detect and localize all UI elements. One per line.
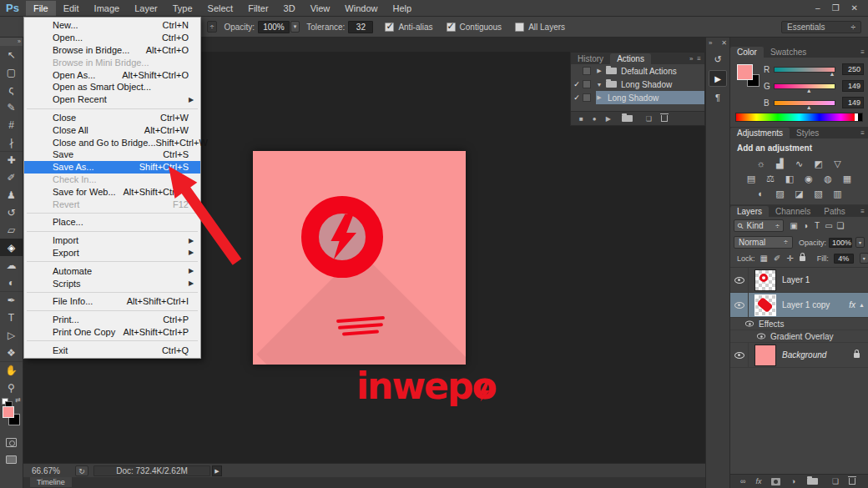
crop-tool[interactable]: # (0, 116, 23, 133)
fill-value[interactable]: 4% (834, 254, 854, 264)
menu-3d[interactable]: 3D (276, 1, 303, 16)
filter-type-layers-icon[interactable]: T (811, 221, 823, 230)
lock-pixels-icon[interactable]: ✐ (774, 254, 780, 263)
layer-row-background[interactable]: Background (730, 343, 868, 368)
file-menu-item[interactable]: Browse in Bridge... Alt+Ctrl+O (24, 44, 200, 57)
history-panel-icon[interactable]: ↺ (709, 51, 727, 68)
restore-button[interactable]: ❐ (832, 3, 840, 13)
action-row-long-shadow[interactable]: ✓ ▶ Long Shadow (571, 91, 704, 104)
filter-smart-objects-icon[interactable]: ❏ (835, 221, 846, 230)
file-menu-item[interactable]: Open Recent ▶ (24, 93, 200, 106)
play-icon[interactable]: ▶ (606, 115, 611, 123)
dock-collapse-icon[interactable]: » (709, 39, 712, 47)
vibrance-icon[interactable]: ▽ (831, 158, 845, 169)
visibility-eye-icon[interactable] (734, 352, 744, 359)
lock-position-icon[interactable]: ✛ (786, 254, 793, 263)
dialog-toggle-box[interactable] (583, 80, 591, 88)
menu-help[interactable]: Help (385, 1, 419, 16)
screen-mode-icon[interactable] (6, 455, 17, 464)
effects-row[interactable]: Effects (730, 318, 868, 330)
layer-thumbnail[interactable] (754, 294, 776, 316)
dialog-toggle-box[interactable] (583, 93, 591, 102)
workspace-switcher[interactable]: Essentials÷ (781, 21, 861, 33)
lock-all-icon[interactable] (800, 256, 805, 261)
panel-menu-icon[interactable]: ≡ (860, 208, 865, 215)
layer-row-layer1-copy[interactable]: Layer 1 copy fx ▲ (730, 293, 868, 318)
canvas[interactable] (253, 151, 466, 365)
file-menu-item[interactable] (27, 108, 198, 109)
tab-channels[interactable]: Channels (769, 206, 817, 217)
gradient-overlay-row[interactable]: Gradient Overlay (730, 330, 868, 343)
red-value[interactable]: 250 (842, 63, 864, 75)
levels-icon[interactable]: ▟ (774, 158, 787, 169)
lock-transparent-icon[interactable]: ▦ (760, 254, 768, 263)
menu-layer[interactable]: Layer (127, 1, 165, 16)
file-menu-item[interactable]: Exit Ctrl+Q (24, 344, 200, 356)
file-menu-item[interactable]: New... Ctrl+N (24, 19, 200, 32)
menu-select[interactable]: Select (200, 1, 241, 16)
opacity-dropdown-icon[interactable]: ▾ (290, 21, 300, 33)
new-group-icon[interactable] (807, 478, 818, 485)
tab-color[interactable]: Color (730, 47, 764, 58)
expander-icon[interactable]: ▶ (594, 68, 604, 74)
file-menu-item[interactable]: Open as Smart Object... (24, 81, 200, 93)
green-slider-track[interactable]: ▲ (774, 83, 836, 89)
slider-thumb-icon[interactable]: ▲ (806, 88, 812, 93)
fill-dropdown-icon[interactable]: ▾ (860, 253, 868, 264)
blend-mode-dropdown[interactable]: Normal÷ (734, 236, 793, 249)
file-menu-item[interactable] (27, 340, 198, 341)
delete-layer-icon[interactable] (849, 478, 855, 485)
quick-mask-icon[interactable] (6, 438, 17, 447)
file-menu-item[interactable]: Print One Copy Alt+Shift+Ctrl+P (24, 326, 200, 339)
layer-thumbnail[interactable] (754, 269, 776, 291)
visibility-eye-icon[interactable] (734, 277, 744, 284)
visibility-eye-icon[interactable] (745, 321, 754, 327)
new-action-icon[interactable]: ❏ (646, 115, 652, 123)
opacity-value[interactable]: 100% (258, 21, 290, 33)
file-menu-item[interactable]: Browse in Mini Bridge... (24, 56, 200, 68)
menu-file[interactable]: File (26, 1, 56, 16)
color-spectrum-bar[interactable] (735, 113, 863, 122)
new-layer-icon[interactable]: ❏ (832, 477, 839, 485)
filter-adjustment-layers-icon[interactable]: ◑ (800, 221, 811, 230)
tab-styles[interactable]: Styles (790, 128, 825, 138)
slider-thumb-icon[interactable]: ▲ (829, 71, 835, 77)
swap-colors-icon[interactable]: ⇄ (15, 396, 21, 404)
blur-tool[interactable]: ☁ (0, 256, 23, 274)
eyedropper-tool[interactable]: ∤ (0, 133, 23, 151)
file-menu-item[interactable]: Open As... Alt+Shift+Ctrl+O (24, 68, 200, 81)
quick-selection-tool[interactable]: ✎ (0, 98, 23, 116)
tab-timeline[interactable]: Timeline (30, 477, 72, 487)
menu-view[interactable]: View (303, 1, 338, 16)
new-adjustment-layer-icon[interactable]: ◑ (790, 477, 795, 485)
file-menu-item[interactable] (27, 292, 198, 293)
tab-actions[interactable]: Actions (610, 53, 651, 64)
menu-edit[interactable]: Edit (56, 1, 87, 16)
path-selection-tool[interactable]: ▷ (0, 326, 23, 344)
slider-thumb-icon[interactable]: ▲ (806, 104, 812, 110)
status-options-icon[interactable]: ▶ (212, 465, 222, 476)
zoom-tool[interactable]: ⚲ (0, 379, 23, 396)
black-white-icon[interactable]: ◧ (783, 173, 796, 184)
file-menu-item[interactable]: Print... Ctrl+P (24, 314, 200, 326)
eraser-tool[interactable]: ▱ (0, 221, 23, 239)
file-menu-item[interactable]: Save Ctrl+S (24, 148, 200, 161)
panel-menu-icon[interactable]: ≡ (860, 129, 865, 137)
paragraph-panel-icon[interactable]: ¶ (709, 89, 727, 106)
link-layers-icon[interactable]: ∞ (740, 477, 745, 485)
file-menu-item[interactable] (27, 310, 198, 311)
dock-close-icon[interactable]: ✕ (721, 39, 727, 47)
menu-image[interactable]: Image (87, 1, 128, 16)
brush-tool[interactable]: ✐ (0, 169, 23, 186)
close-button[interactable]: ✕ (851, 3, 858, 13)
tab-paths[interactable]: Paths (817, 206, 852, 217)
filter-pixel-layers-icon[interactable]: ▣ (788, 221, 800, 230)
brightness-contrast-icon[interactable]: ☼ (754, 158, 768, 169)
layer-style-icon[interactable]: fx (755, 477, 761, 485)
expander-icon[interactable]: ▼ (594, 82, 604, 88)
add-mask-icon[interactable] (771, 478, 780, 485)
foreground-color-swatch[interactable] (737, 64, 753, 80)
kind-filter-dropdown[interactable]: ⚲ Kind ÷ (734, 219, 784, 232)
filter-shape-layers-icon[interactable]: ▭ (823, 221, 835, 230)
red-slider-track[interactable]: ▲ (774, 67, 836, 73)
